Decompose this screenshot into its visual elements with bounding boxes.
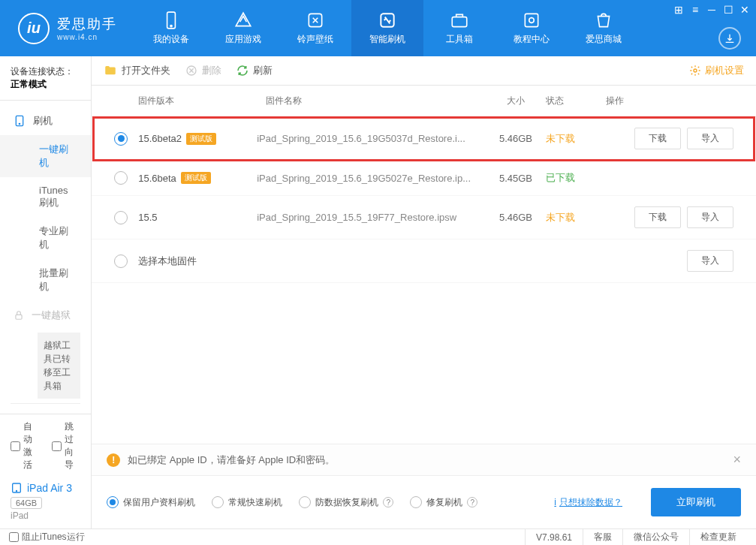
maximize-icon[interactable]: ☐	[721, 3, 735, 17]
connection-status: 设备连接状态：正常模式	[0, 56, 91, 101]
sidebar-item-2[interactable]: 专业刷机	[0, 217, 91, 259]
nav-tab-4[interactable]: 工具箱	[423, 0, 495, 56]
svg-point-14	[16, 490, 17, 491]
firmware-row[interactable]: 15.6beta2测试版 iPad_Spring_2019_15.6_19G50…	[93, 117, 754, 161]
nav-icon	[378, 11, 397, 30]
sidebar-item-0[interactable]: 一键刷机	[0, 135, 91, 177]
firmware-radio[interactable]	[114, 254, 128, 268]
device-name[interactable]: iPad Air 3	[11, 482, 80, 494]
warning-icon: !	[107, 453, 120, 467]
flash-settings-button[interactable]: 刷机设置	[689, 64, 744, 77]
fw-version: 15.6beta测试版	[138, 172, 257, 184]
col-status: 状态	[546, 95, 606, 107]
close-notice-icon[interactable]: ×	[733, 452, 741, 468]
sidebar-group-more[interactable]: 更多	[0, 408, 91, 414]
notice-text: 如已绑定 Apple ID，请准备好 Apple ID和密码。	[128, 453, 335, 467]
fw-filename: iPad_Spring_2019_15.6_19G5027e_Restore.i…	[257, 173, 486, 184]
import-button[interactable]: 导入	[687, 250, 733, 272]
fw-status: 未下载	[546, 132, 606, 146]
close-icon[interactable]: ✕	[738, 3, 751, 17]
flash-option-1[interactable]: 常规快速刷机	[212, 496, 282, 509]
nav-icon	[594, 11, 613, 30]
radio-icon	[107, 496, 119, 508]
folder-icon	[104, 64, 117, 77]
help-icon[interactable]: ?	[467, 497, 477, 507]
flash-option-3[interactable]: 修复刷机?	[410, 496, 477, 509]
nav-tab-6[interactable]: 爱思商城	[568, 0, 640, 56]
download-manager-icon[interactable]	[718, 27, 741, 50]
nav-tabs: 我的设备应用游戏铃声壁纸智能刷机工具箱教程中心爱思商城	[135, 0, 640, 56]
nav-tab-0[interactable]: 我的设备	[135, 0, 207, 56]
device-icon	[14, 115, 26, 127]
tablet-icon	[11, 482, 23, 494]
lock-icon	[14, 310, 24, 321]
toolbar: 打开文件夹 删除 刷新 刷机设置	[92, 56, 756, 86]
firmware-row[interactable]: 15.6beta测试版 iPad_Spring_2019_15.6_19G502…	[92, 161, 756, 196]
conn-value: 正常模式	[11, 79, 47, 89]
skip-wizard-checkbox[interactable]: 跳过向导	[52, 420, 81, 471]
notice-bar: ! 如已绑定 Apple ID，请准备好 Apple ID和密码。 ×	[92, 444, 756, 475]
open-folder-button[interactable]: 打开文件夹	[104, 64, 170, 77]
nav-tab-2[interactable]: 铃声壁纸	[279, 0, 351, 56]
erase-data-link[interactable]: i 只想抹除数据？	[554, 496, 622, 509]
radio-icon	[299, 496, 311, 508]
statusbar-item-0[interactable]: 客服	[583, 529, 622, 545]
fw-action-button[interactable]: 下载	[634, 206, 681, 228]
nav-icon	[161, 11, 181, 30]
window-controls: ⊞ ≡ ─ ☐ ✕	[672, 3, 751, 17]
firmware-radio[interactable]	[114, 211, 128, 224]
beta-tag: 测试版	[186, 133, 216, 145]
fw-action-button[interactable]: 下载	[634, 128, 681, 149]
fw-actions: 导入	[606, 250, 733, 272]
svg-rect-5	[525, 14, 538, 26]
sidebar: 设备连接状态：正常模式 刷机 一键刷机iTunes刷机专业刷机批量刷机 一键越狱…	[0, 56, 92, 528]
stop-itunes-checkbox[interactable]: 阻止iTunes运行	[9, 531, 85, 543]
fw-actions: 下载导入	[606, 206, 733, 228]
sidebar-group-flash[interactable]: 刷机	[0, 107, 91, 135]
nav-tab-5[interactable]: 教程中心	[495, 0, 568, 56]
firmware-list: 15.6beta2测试版 iPad_Spring_2019_15.6_19G50…	[92, 117, 756, 444]
svg-rect-4	[452, 17, 467, 27]
fw-action-button[interactable]: 导入	[687, 206, 733, 228]
fw-filename: iPad_Spring_2019_15.6_19G5037d_Restore.i…	[257, 133, 486, 144]
svg-point-8	[19, 123, 20, 124]
nav-tab-1[interactable]: 应用游戏	[207, 0, 279, 56]
flash-options: 保留用户资料刷机常规快速刷机防数据恢复刷机?修复刷机? i 只想抹除数据？ 立即…	[92, 475, 756, 528]
version-label: V7.98.61	[525, 529, 583, 545]
fw-size: 5.46GB	[486, 212, 546, 223]
conn-label: 设备连接状态：	[11, 66, 74, 77]
firmware-row[interactable]: 15.5 iPad_Spring_2019_15.5_19F77_Restore…	[92, 196, 756, 239]
refresh-button[interactable]: 刷新	[236, 64, 273, 77]
col-action: 操作	[606, 95, 733, 107]
fw-size: 5.45GB	[486, 173, 546, 184]
firmware-radio[interactable]	[114, 132, 128, 146]
sidebar-item-3[interactable]: 批量刷机	[0, 259, 91, 301]
minimize-icon[interactable]: ─	[705, 3, 718, 17]
statusbar-item-1[interactable]: 微信公众号	[622, 529, 689, 545]
grid-icon[interactable]: ⊞	[672, 3, 685, 17]
fw-action-button[interactable]: 导入	[687, 128, 733, 149]
col-version: 固件版本	[138, 95, 266, 107]
statusbar-item-2[interactable]: 检查更新	[689, 529, 747, 545]
app-logo: iu 爱思助手 www.i4.cn	[0, 0, 135, 56]
flash-option-0[interactable]: 保留用户资料刷机	[107, 496, 195, 509]
menu-icon[interactable]: ≡	[688, 3, 702, 17]
radio-icon	[410, 496, 422, 508]
flash-option-2[interactable]: 防数据恢复刷机?	[299, 496, 393, 509]
sidebar-item-1[interactable]: iTunes刷机	[0, 177, 91, 217]
local-firmware-row[interactable]: 选择本地固件 导入	[92, 239, 756, 283]
delete-icon	[185, 65, 197, 77]
nav-icon	[306, 11, 325, 30]
auto-activate-checkbox[interactable]: 自动激活	[11, 420, 40, 471]
radio-icon	[212, 496, 224, 508]
svg-point-6	[529, 18, 535, 23]
svg-point-18	[694, 69, 697, 72]
col-size: 大小	[486, 95, 546, 107]
nav-tab-3[interactable]: 智能刷机	[351, 0, 423, 56]
device-type: iPad	[11, 510, 80, 521]
firmware-radio[interactable]	[114, 171, 128, 185]
delete-button[interactable]: 删除	[185, 64, 221, 77]
flash-now-button[interactable]: 立即刷机	[651, 488, 741, 516]
fw-actions: 下载导入	[606, 128, 733, 149]
help-icon[interactable]: ?	[383, 497, 393, 507]
